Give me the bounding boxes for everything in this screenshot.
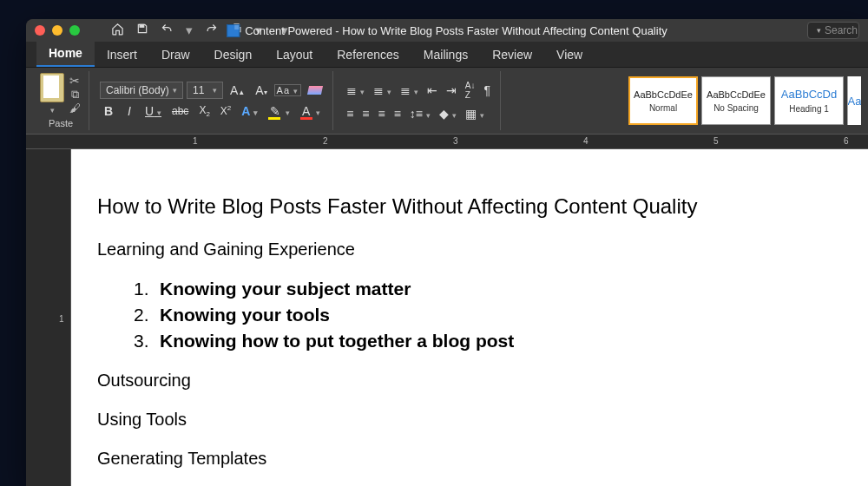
- horizontal-ruler[interactable]: 1 2 3 4 5 6: [26, 134, 868, 149]
- paste-button[interactable]: [40, 73, 64, 102]
- list-item[interactable]: Knowing how to put together a blog post: [134, 331, 816, 351]
- document-icon: [227, 24, 240, 37]
- outdent-button[interactable]: ⇤: [424, 82, 440, 99]
- search-placeholder: Search: [825, 24, 858, 36]
- font-name-select[interactable]: Calibri (Body)▾: [100, 82, 183, 99]
- line-spacing-button[interactable]: ↕≡ ▾: [407, 105, 433, 122]
- redo-icon[interactable]: [205, 23, 218, 38]
- cut-button[interactable]: ✂: [68, 74, 82, 86]
- multilevel-button[interactable]: ≣ ▾: [398, 82, 421, 99]
- doc-section[interactable]: Generating Templates: [97, 449, 816, 469]
- font-size-select[interactable]: 11▾: [187, 82, 223, 99]
- style-no-spacing[interactable]: AaBbCcDdEe No Spacing: [701, 76, 771, 125]
- style-heading-2[interactable]: Aa: [847, 76, 861, 125]
- format-painter-button[interactable]: 🖌: [68, 102, 82, 114]
- search-input[interactable]: ▾ Search: [807, 22, 859, 39]
- italic-button[interactable]: I: [121, 102, 138, 120]
- strikethrough-button[interactable]: abc: [168, 103, 192, 119]
- numbering-button[interactable]: ≣ ▾: [371, 82, 394, 99]
- doc-section[interactable]: Outsourcing: [97, 371, 816, 391]
- superscript-button[interactable]: X2: [217, 102, 234, 119]
- list-item[interactable]: Knowing your subject matter: [134, 279, 816, 299]
- text-effects-button[interactable]: A ▾: [238, 102, 260, 120]
- bold-button[interactable]: B: [100, 102, 117, 120]
- tab-mailings[interactable]: Mailings: [411, 43, 480, 67]
- svg-rect-0: [140, 24, 144, 27]
- highlight-button[interactable]: ✎ ▾: [265, 102, 293, 120]
- align-center-button[interactable]: ≡: [359, 105, 372, 122]
- align-right-button[interactable]: ≡: [375, 105, 387, 122]
- tab-references[interactable]: References: [325, 43, 411, 67]
- bullets-button[interactable]: ≣ ▾: [344, 82, 367, 99]
- tab-review[interactable]: Review: [480, 43, 544, 67]
- grow-font-button[interactable]: A▲: [227, 82, 248, 99]
- sort-button[interactable]: A↓Z: [463, 79, 478, 102]
- tab-draw[interactable]: Draw: [149, 43, 202, 67]
- shading-button[interactable]: ◆ ▾: [437, 105, 459, 122]
- doc-section[interactable]: Learning and Gaining Experience: [97, 240, 816, 259]
- change-case-button[interactable]: Aa ▾: [274, 84, 302, 96]
- doc-section[interactable]: Using Tools: [97, 410, 816, 430]
- tab-layout[interactable]: Layout: [264, 43, 325, 67]
- vertical-ruler[interactable]: 1: [56, 149, 71, 486]
- show-marks-button[interactable]: ¶: [481, 82, 493, 99]
- undo-icon[interactable]: [161, 23, 174, 38]
- document-title: Content Powered - How to Write Blog Post…: [245, 24, 667, 37]
- undo-more-icon[interactable]: ▾: [186, 23, 193, 38]
- copy-button[interactable]: ⧉: [68, 88, 82, 100]
- justify-button[interactable]: ≡: [391, 105, 404, 122]
- clear-formatting-button[interactable]: [305, 82, 326, 99]
- font-color-button[interactable]: A ▾: [297, 102, 324, 120]
- list-item[interactable]: Knowing your tools: [134, 305, 816, 325]
- close-icon[interactable]: [35, 25, 45, 36]
- tab-view[interactable]: View: [544, 43, 595, 67]
- tab-design[interactable]: Design: [202, 43, 265, 67]
- paste-more-icon[interactable]: ▾: [50, 106, 55, 115]
- minimize-icon[interactable]: [52, 25, 62, 36]
- tab-home[interactable]: Home: [36, 41, 95, 67]
- borders-button[interactable]: ▦ ▾: [463, 105, 487, 122]
- shrink-font-button[interactable]: A▾: [252, 82, 270, 99]
- indent-button[interactable]: ⇥: [444, 82, 459, 99]
- style-normal[interactable]: AaBbCcDdEe Normal: [628, 76, 698, 125]
- paste-label: Paste: [40, 118, 82, 128]
- document-canvas[interactable]: How to Write Blog Posts Faster Without A…: [71, 149, 868, 486]
- tab-insert[interactable]: Insert: [95, 43, 149, 67]
- align-left-button[interactable]: ≡: [344, 105, 356, 122]
- home-icon[interactable]: [111, 23, 124, 38]
- save-icon[interactable]: [136, 23, 148, 38]
- doc-heading[interactable]: How to Write Blog Posts Faster Without A…: [97, 194, 816, 219]
- subscript-button[interactable]: X2: [195, 102, 213, 120]
- underline-button[interactable]: U ▾: [141, 102, 165, 120]
- maximize-icon[interactable]: [69, 25, 80, 36]
- style-heading-1[interactable]: AaBbCcDd Heading 1: [774, 76, 844, 125]
